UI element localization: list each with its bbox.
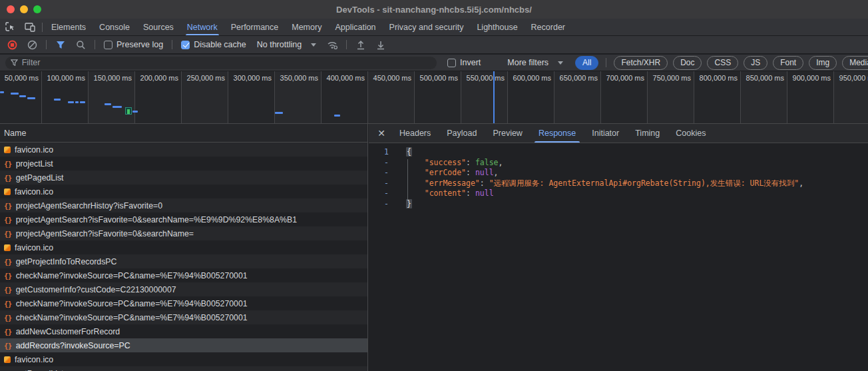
close-icon: ✕ xyxy=(377,128,385,139)
tab-lighthouse[interactable]: Lighthouse xyxy=(470,19,524,35)
details-tabs: HeadersPayloadPreviewResponseInitiatorTi… xyxy=(391,124,714,143)
request-row[interactable]: {}checkName?invokeSource=PC&name=%E7%94%… xyxy=(0,296,367,310)
xhr-json-icon: {} xyxy=(4,160,12,168)
code-line: 1{ xyxy=(369,147,868,158)
throttling-dropdown[interactable]: No throttling xyxy=(253,40,320,49)
cursor-icon xyxy=(10,25,14,30)
favicon-image-icon xyxy=(4,356,11,363)
more-filters-dropdown[interactable]: More filters xyxy=(503,58,567,67)
request-name: projectAgentSearchrHistoy?isFavorite=0 xyxy=(16,201,162,210)
clear-network-log-button[interactable] xyxy=(24,37,40,52)
timeline-tick-label: 500,000 ms xyxy=(420,74,458,82)
close-details-button[interactable]: ✕ xyxy=(371,124,391,143)
filter-input[interactable] xyxy=(22,58,431,67)
xhr-json-icon: {} xyxy=(4,314,12,322)
device-toolbar-button[interactable] xyxy=(20,19,40,35)
details-tab-timing[interactable]: Timing xyxy=(627,124,668,143)
chip-css[interactable]: CSS xyxy=(707,56,738,70)
request-row[interactable]: {}addRecords?invokeSource=PC xyxy=(0,338,367,352)
invert-checkbox[interactable]: Invert xyxy=(445,58,483,67)
request-row[interactable]: {}projectAgentSearchrHistoy?isFavorite=0 xyxy=(0,198,367,212)
devtools-tab-strip: ElementsConsoleSourcesNetworkPerformance… xyxy=(0,19,868,36)
xhr-json-icon: {} xyxy=(4,300,12,308)
timeline-tick-label: 550,000 ms xyxy=(467,74,505,82)
request-row[interactable]: favicon.ico xyxy=(0,352,367,366)
zoom-window-icon[interactable] xyxy=(33,5,41,13)
waterfall-bar xyxy=(105,103,111,105)
tab-elements[interactable]: Elements xyxy=(45,19,93,35)
disable-cache-checkbox[interactable]: Disable cache xyxy=(178,40,249,49)
tab-application[interactable]: Application xyxy=(328,19,382,35)
details-tab-preview[interactable]: Preview xyxy=(485,124,530,143)
request-row[interactable]: {}projectAgentSearch?isFavorite=0&search… xyxy=(0,226,367,240)
import-har-button[interactable] xyxy=(353,37,369,52)
network-toolbar: Preserve log Disable cache No throttling xyxy=(0,36,868,54)
selected-request-marker xyxy=(125,107,132,115)
details-tab-payload[interactable]: Payload xyxy=(439,124,485,143)
xhr-json-icon: {} xyxy=(4,286,12,294)
filter-toggle-button[interactable] xyxy=(53,37,69,52)
details-tab-response[interactable]: Response xyxy=(531,124,584,143)
request-row[interactable]: {}getProjectInfoToRecordsPC xyxy=(0,254,367,268)
record-network-log-button[interactable] xyxy=(4,37,20,52)
request-row[interactable]: {}projectAgentSearch?isFavorite=0&search… xyxy=(0,212,367,226)
chip-fetch-xhr[interactable]: Fetch/XHR xyxy=(614,56,668,70)
timeline-gridline xyxy=(787,71,787,123)
line-number: - xyxy=(369,188,397,199)
checkbox-icon[interactable] xyxy=(447,59,456,67)
timeline-tick-label: 600,000 ms xyxy=(513,74,551,82)
chip-js[interactable]: JS xyxy=(744,56,767,70)
tab-memory[interactable]: Memory xyxy=(285,19,328,35)
request-row[interactable]: {}getPagedList xyxy=(0,366,367,371)
divider xyxy=(46,40,47,49)
network-conditions-button[interactable] xyxy=(324,37,340,52)
request-row[interactable]: favicon.ico xyxy=(0,240,367,254)
export-har-button[interactable] xyxy=(373,37,389,52)
tab-network[interactable]: Network xyxy=(180,19,224,35)
request-row[interactable]: favicon.ico xyxy=(0,143,367,157)
inspect-element-button[interactable] xyxy=(0,19,20,35)
close-window-icon[interactable] xyxy=(7,5,15,13)
checkbox-icon[interactable] xyxy=(104,41,112,49)
request-row[interactable]: favicon.ico xyxy=(0,185,367,198)
tab-sources[interactable]: Sources xyxy=(136,19,180,35)
timeline-tick-label: 750,000 ms xyxy=(653,74,691,82)
network-overview-timeline[interactable]: 50,000 ms100,000 ms150,000 ms200,000 ms2… xyxy=(0,71,868,124)
details-tab-initiator[interactable]: Initiator xyxy=(584,124,627,143)
timeline-gridline xyxy=(274,71,275,123)
chip-img[interactable]: Img xyxy=(809,56,837,70)
code-text: "content": null xyxy=(397,188,494,199)
timeline-gridline xyxy=(228,71,228,123)
waterfall-bar xyxy=(54,99,61,101)
chip-all[interactable]: All xyxy=(575,56,598,70)
chip-doc[interactable]: Doc xyxy=(673,56,702,70)
request-name: favicon.ico xyxy=(15,187,53,196)
xhr-json-icon: {} xyxy=(4,272,12,280)
filter-input-container[interactable] xyxy=(5,57,437,69)
tab-performance[interactable]: Performance xyxy=(224,19,286,35)
search-button[interactable] xyxy=(73,37,89,52)
request-row[interactable]: {}projectList xyxy=(0,157,367,171)
minimize-window-icon[interactable] xyxy=(20,5,28,13)
details-tab-headers[interactable]: Headers xyxy=(391,124,439,143)
tab-console[interactable]: Console xyxy=(93,19,136,35)
request-row[interactable]: {}getCustomerInfo?custCode=C22130000007 xyxy=(0,282,367,296)
chip-media[interactable]: Media xyxy=(842,56,868,70)
preserve-log-checkbox[interactable]: Preserve log xyxy=(101,40,166,49)
request-row[interactable]: {}checkName?invokeSource=PC&name=%E7%94%… xyxy=(0,268,367,282)
chip-font[interactable]: Font xyxy=(773,56,803,70)
tab-recorder[interactable]: Recorder xyxy=(525,19,572,35)
request-row[interactable]: {}getPagedList xyxy=(0,171,367,185)
request-row[interactable]: {}addNewCustomerForRecord xyxy=(0,324,367,338)
xhr-json-icon: {} xyxy=(4,230,12,238)
details-tab-cookies[interactable]: Cookies xyxy=(668,124,714,143)
waterfall-bar xyxy=(68,101,74,103)
details-tab-bar: ✕ HeadersPayloadPreviewResponseInitiator… xyxy=(369,124,868,143)
request-row[interactable]: {}checkName?invokeSource=PC&name=%E7%94%… xyxy=(0,310,367,324)
checkbox-icon[interactable] xyxy=(181,41,190,49)
request-name: favicon.ico xyxy=(15,243,53,252)
code-text: { xyxy=(397,147,412,158)
request-name: checkName?invokeSource=PC&name=%E7%94%B0… xyxy=(16,299,248,308)
tab-privacy-and-security[interactable]: Privacy and security xyxy=(383,19,471,35)
name-column-header[interactable]: Name xyxy=(0,124,367,143)
